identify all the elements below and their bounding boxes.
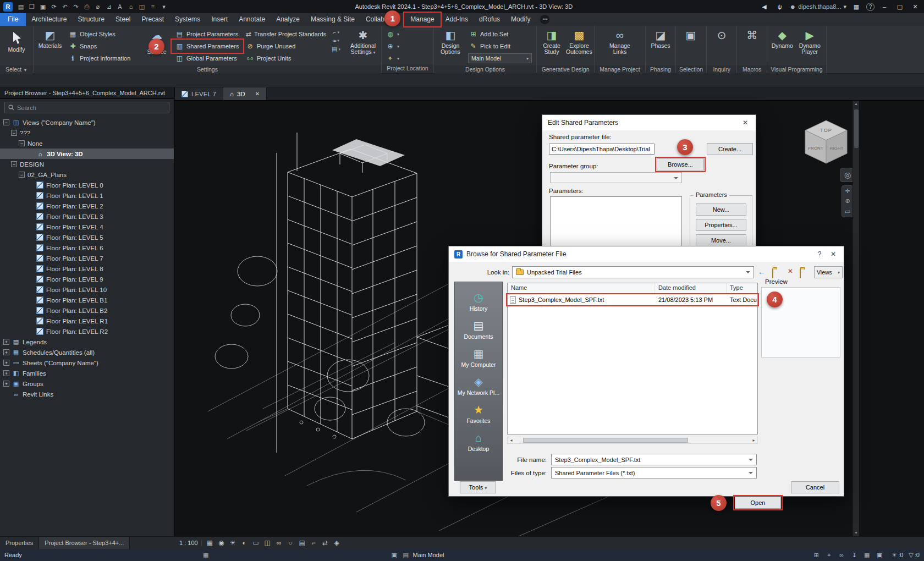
project-parameters-button[interactable]: ▤Project Parameters bbox=[172, 28, 243, 40]
favorites-icon[interactable]: ★ Favorites bbox=[455, 400, 502, 428]
print-icon[interactable]: ⎙ bbox=[82, 2, 92, 12]
tree-item-floor-plan-level-b1[interactable]: Floor Plan: LEVEL B1 bbox=[0, 295, 174, 305]
app-store-icon[interactable]: ▦ bbox=[851, 3, 862, 10]
select-panel-menu[interactable]: Select ▼ bbox=[0, 65, 33, 74]
tab-structure[interactable]: Structure bbox=[72, 13, 110, 26]
design-options-button[interactable]: ◧ DesignOptions bbox=[435, 27, 466, 65]
tree-expander-icon[interactable]: − bbox=[3, 119, 9, 125]
tree-item-legends[interactable]: + ▤ Legends bbox=[0, 337, 174, 347]
tab-architecture[interactable]: Architecture bbox=[26, 13, 72, 26]
modify-button[interactable]: Modify bbox=[1, 27, 32, 65]
select-pinned-icon[interactable]: ↧ bbox=[850, 552, 859, 559]
mep-settings-button[interactable]: ≈▾ bbox=[333, 37, 339, 44]
tree-item-none[interactable]: − None bbox=[0, 138, 174, 148]
open-file-icon[interactable]: ❒ bbox=[27, 2, 37, 12]
account-menu[interactable]: ☻ dipesh.thapa8... ▾ bbox=[790, 3, 846, 10]
filter-count[interactable]: ▽:0 bbox=[909, 552, 920, 559]
search-input[interactable] bbox=[17, 105, 166, 111]
collaborate-status-icon[interactable]: ▦ bbox=[201, 552, 210, 559]
tab-insert[interactable]: Insert bbox=[206, 13, 233, 26]
tree-expander-icon[interactable]: + bbox=[3, 370, 9, 376]
tree-item-schedules[interactable]: + ▦ Schedules/Quantities (all) bbox=[0, 347, 174, 358]
panel-schedule-templates-button[interactable]: ▤▾ bbox=[332, 46, 340, 53]
reveal-hidden-elements-icon[interactable]: ○ bbox=[286, 539, 295, 547]
parameter-group-select[interactable] bbox=[550, 172, 682, 183]
tree-item-families[interactable]: + ◧ Families bbox=[0, 368, 174, 378]
add-to-set-button[interactable]: ⊞Add to Set bbox=[466, 28, 535, 40]
browse-dialog-titlebar[interactable]: R Browse for Shared Parameter File ? ✕ bbox=[449, 246, 844, 262]
ids-of-selection-button[interactable]: ⊙ bbox=[708, 27, 735, 65]
edit-dialog-titlebar[interactable]: Edit Shared Parameters ✕ bbox=[542, 115, 756, 130]
tree-item-discipline[interactable]: − ??? bbox=[0, 128, 174, 138]
coordinates-button[interactable]: ⊕▾ bbox=[383, 40, 432, 52]
snaps-button[interactable]: ✚Snaps bbox=[65, 40, 141, 52]
save-selection-button[interactable]: ▣ bbox=[677, 27, 705, 65]
documents-icon[interactable]: ▤ Documents bbox=[455, 316, 502, 344]
tab-drofus[interactable]: dRofus bbox=[474, 13, 505, 26]
transfer-project-standards-button[interactable]: ⇄Transfer Project Standards bbox=[243, 28, 326, 40]
tree-item-floor-plan-level-0[interactable]: Floor Plan: LEVEL 0 bbox=[0, 180, 174, 190]
active-design-option-status[interactable]: ▣ ▤ Main Model bbox=[390, 552, 444, 559]
tree-item-floor-plan-level-6[interactable]: Floor Plan: LEVEL 6 bbox=[0, 243, 174, 253]
tree-item-floor-plan-level-b2[interactable]: Floor Plan: LEVEL B2 bbox=[0, 305, 174, 316]
navigation-bar[interactable]: ✛ ⊕ ▭ bbox=[842, 185, 854, 217]
pick-to-edit-button[interactable]: ✎Pick to Edit bbox=[466, 40, 535, 52]
tree-item-floor-plan-level-4[interactable]: Floor Plan: LEVEL 4 bbox=[0, 222, 174, 232]
shared-parameters-button[interactable]: ▥ Shared Parameters 2 bbox=[172, 40, 243, 52]
sync-with-central-icon[interactable]: ⟳ bbox=[49, 2, 59, 12]
column-name[interactable]: Name bbox=[508, 283, 655, 293]
additional-settings-button[interactable]: ✱ AdditionalSettings ▾ bbox=[346, 27, 380, 65]
viewcube[interactable]: TOP FRONT RIGHT bbox=[800, 115, 853, 168]
back-icon[interactable]: ← bbox=[758, 267, 766, 276]
tree-item-3d-view[interactable]: ⌂ 3D View: 3D bbox=[0, 148, 174, 159]
view-tab-3d[interactable]: ⌂ 3D ✕ bbox=[223, 87, 267, 100]
thin-lines-icon[interactable]: ≡ bbox=[148, 2, 158, 12]
maximize-button[interactable]: ▢ bbox=[894, 3, 905, 10]
tab-add-ins[interactable]: Add-Ins bbox=[440, 13, 474, 26]
tree-expander-icon[interactable]: − bbox=[19, 140, 25, 146]
tools-button[interactable]: Tools ▾ bbox=[460, 481, 496, 493]
background-processes-count[interactable]: ☀:0 bbox=[892, 552, 903, 559]
my-network-icon[interactable]: ◈ My Network Pl... bbox=[455, 372, 502, 400]
tree-item-sheets[interactable]: + ▭ Sheets ("Company Name") bbox=[0, 358, 174, 368]
show-crop-region-icon[interactable]: ◫ bbox=[263, 539, 272, 547]
horizontal-scrollbar[interactable]: ◂ ▸ bbox=[507, 437, 758, 444]
default-3d-view-icon[interactable]: ⌂ bbox=[126, 2, 136, 12]
project-information-button[interactable]: ℹProject Information bbox=[65, 52, 141, 64]
undo-icon[interactable]: ↶ bbox=[60, 2, 70, 12]
save-icon[interactable]: ▣ bbox=[38, 2, 48, 12]
scale-control[interactable]: 1 : 100 bbox=[179, 540, 202, 546]
vertical-scrollbar[interactable]: ▲ ▼ bbox=[853, 101, 859, 536]
manage-links-button[interactable]: ∞ ManageLinks bbox=[604, 27, 635, 65]
active-design-option-select[interactable]: Main Model▾ bbox=[468, 53, 532, 63]
customize-qat-icon[interactable]: ▾ bbox=[159, 2, 169, 12]
redo-icon[interactable]: ↷ bbox=[71, 2, 81, 12]
files-of-type-select[interactable]: Shared Parameter Files (*.txt) bbox=[551, 467, 757, 479]
tab-file[interactable]: File bbox=[0, 13, 26, 26]
tab-precast[interactable]: Precast bbox=[136, 13, 169, 26]
create-study-button[interactable]: ◨ CreateStudy bbox=[538, 27, 565, 65]
look-in-select[interactable]: Unpacked Trial Files bbox=[512, 266, 754, 278]
object-styles-button[interactable]: ▦Object Styles bbox=[65, 28, 141, 40]
parameter-properties-button[interactable]: Properties... bbox=[696, 219, 746, 231]
structural-settings-button[interactable]: ⌐▾ bbox=[333, 29, 339, 36]
scroll-right-icon[interactable]: ▸ bbox=[750, 437, 757, 443]
desktop-icon[interactable]: ⌂ Desktop bbox=[455, 428, 502, 456]
close-icon[interactable]: ✕ bbox=[828, 250, 838, 258]
tree-expander-icon[interactable]: − bbox=[11, 130, 17, 136]
scroll-up-icon[interactable]: ▲ bbox=[853, 101, 859, 107]
help-icon[interactable]: ? bbox=[866, 3, 875, 11]
up-one-level-icon[interactable] bbox=[772, 269, 773, 278]
tree-expander-icon[interactable]: + bbox=[3, 339, 9, 345]
tab-manage[interactable]: Manage 1 bbox=[405, 13, 439, 26]
select-links-icon[interactable]: ∞ bbox=[837, 552, 846, 559]
temporary-hide-isolate-icon[interactable]: ∞ bbox=[274, 539, 284, 547]
dynamo-player-button[interactable]: ▶ DynamoPlayer bbox=[796, 27, 823, 65]
views-menu-button[interactable]: Views▾ bbox=[814, 266, 843, 278]
cancel-button[interactable]: Cancel bbox=[791, 481, 839, 493]
location-button[interactable]: ◍▾ bbox=[383, 28, 432, 40]
dialog-help-icon[interactable]: ? bbox=[815, 250, 824, 258]
connectivity-icon[interactable]: ψ bbox=[774, 3, 785, 10]
shared-parameter-file-input[interactable] bbox=[549, 144, 654, 155]
tree-expander-icon[interactable]: − bbox=[19, 172, 25, 178]
